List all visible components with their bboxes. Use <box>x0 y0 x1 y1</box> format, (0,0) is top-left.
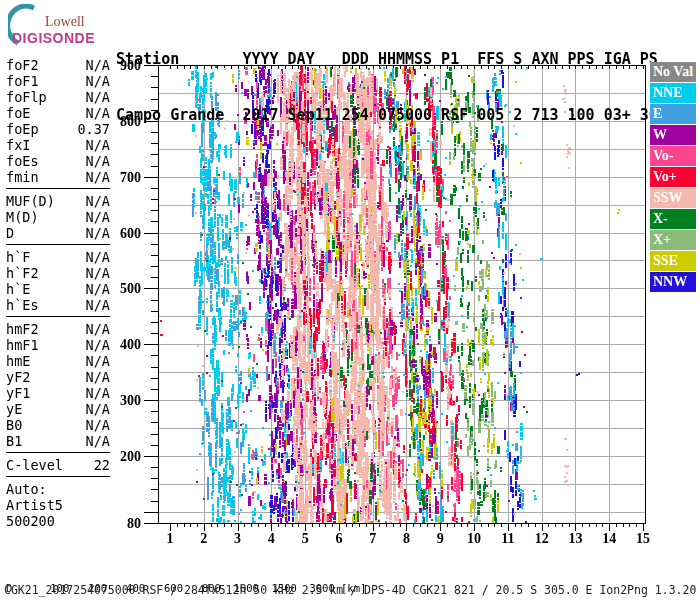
param-label: yE <box>6 401 22 417</box>
param-row: foF2N/A <box>6 57 110 73</box>
param-divider <box>6 316 110 317</box>
param-value: N/A <box>86 209 110 225</box>
param-value: N/A <box>86 225 110 241</box>
param-divider <box>6 476 110 477</box>
param-label: hmF1 <box>6 337 39 353</box>
param-label: 500200 <box>6 513 55 529</box>
legend-item-ssw: SSW <box>650 188 696 208</box>
param-label: yF2 <box>6 369 30 385</box>
param-label: h`F2 <box>6 265 39 281</box>
legend-item-nnw: NNW <box>650 272 696 292</box>
param-value: N/A <box>86 401 110 417</box>
param-row: B0N/A <box>6 417 110 433</box>
param-label: B1 <box>6 433 22 449</box>
legend-item-noval: No Val <box>650 62 696 82</box>
param-divider <box>6 188 110 189</box>
param-label: fmin <box>6 169 39 185</box>
param-row: h`EN/A <box>6 281 110 297</box>
param-value: N/A <box>86 417 110 433</box>
logo-digisonde-text: DIGISONDE <box>12 30 95 46</box>
param-row: foFlpN/A <box>6 89 110 105</box>
param-value: N/A <box>86 105 110 121</box>
digisonde-logo: Lowell DIGISONDE <box>8 4 118 56</box>
param-row: MUF(D)N/A <box>6 193 110 209</box>
param-divider <box>6 452 110 453</box>
param-row: B1N/A <box>6 433 110 449</box>
param-row: hmEN/A <box>6 353 110 369</box>
param-value: N/A <box>86 169 110 185</box>
param-row: foEN/A <box>6 105 110 121</box>
param-row: yEN/A <box>6 401 110 417</box>
param-row: h`FN/A <box>6 249 110 265</box>
param-label: B0 <box>6 417 22 433</box>
param-divider <box>6 244 110 245</box>
param-value: N/A <box>86 321 110 337</box>
ionogram-screen: Lowell DIGISONDE Station YYYY DAY DDD HH… <box>0 0 700 600</box>
echo-direction-legend: No ValNNEEWVo-Vo+SSWX-X+SSENNW <box>650 62 696 293</box>
param-label: C-level <box>6 457 63 473</box>
param-value: N/A <box>86 57 110 73</box>
header-line-2: Campo Grande 2017 Sep11 254 075000 RSF 0… <box>116 106 658 125</box>
param-label: D <box>6 225 14 241</box>
param-row: yF1N/A <box>6 385 110 401</box>
param-row: hmF1N/A <box>6 337 110 353</box>
param-value: N/A <box>86 73 110 89</box>
legend-item-w: W <box>650 125 696 145</box>
param-label: fxI <box>6 137 30 153</box>
param-row: yF2N/A <box>6 369 110 385</box>
param-value: N/A <box>86 89 110 105</box>
param-value: N/A <box>86 433 110 449</box>
param-row: h`F2N/A <box>6 265 110 281</box>
param-label: h`Es <box>6 297 39 313</box>
param-label: foEp <box>6 121 39 137</box>
legend-item-x+: X+ <box>650 230 696 250</box>
legend-item-vo+: Vo+ <box>650 167 696 187</box>
param-label: foF1 <box>6 73 39 89</box>
param-label: h`E <box>6 281 30 297</box>
param-row: DN/A <box>6 225 110 241</box>
param-label: hmF2 <box>6 321 39 337</box>
param-row: foF1N/A <box>6 73 110 89</box>
legend-item-vo-: Vo- <box>650 146 696 166</box>
param-label: hmE <box>6 353 30 369</box>
param-row: foEsN/A <box>6 153 110 169</box>
param-label: MUF(D) <box>6 193 55 209</box>
param-label: yF1 <box>6 385 30 401</box>
param-row: fxIN/A <box>6 137 110 153</box>
param-value: N/A <box>86 369 110 385</box>
legend-item-e: E <box>650 104 696 124</box>
param-value: N/A <box>86 265 110 281</box>
param-value: N/A <box>86 153 110 169</box>
param-row: C-level22 <box>6 457 110 473</box>
param-label: foF2 <box>6 57 39 73</box>
param-value: 22 <box>94 457 110 473</box>
legend-item-nne: NNE <box>650 83 696 103</box>
param-row: Artist5 <box>6 497 110 513</box>
param-row: M(D)N/A <box>6 209 110 225</box>
header-line-1: Station YYYY DAY DDD HHMMSS P1 FFS S AXN… <box>116 50 658 69</box>
param-row: hmF2N/A <box>6 321 110 337</box>
param-label: h`F <box>6 249 30 265</box>
param-value: N/A <box>86 337 110 353</box>
param-panel: foF2N/AfoF1N/AfoFlpN/AfoEN/AfoEp0.37fxIN… <box>6 57 110 529</box>
param-row: 500200 <box>6 513 110 529</box>
status-line: CGK21_2017254075000.RSF / 284fx512h 50 k… <box>4 583 696 597</box>
param-value: N/A <box>86 353 110 369</box>
param-label: Artist5 <box>6 497 63 513</box>
param-value: N/A <box>86 385 110 401</box>
param-value: 0.37 <box>77 121 110 137</box>
param-label: foE <box>6 105 30 121</box>
header-block: Station YYYY DAY DDD HHMMSS P1 FFS S AXN… <box>116 13 658 161</box>
param-value: N/A <box>86 281 110 297</box>
param-row: h`EsN/A <box>6 297 110 313</box>
legend-item-sse: SSE <box>650 251 696 271</box>
param-value: N/A <box>86 193 110 209</box>
param-row: foEp0.37 <box>6 121 110 137</box>
legend-item-x-: X- <box>650 209 696 229</box>
param-value: N/A <box>86 137 110 153</box>
param-label: foFlp <box>6 89 47 105</box>
param-label: Auto: <box>6 481 47 497</box>
param-row: fminN/A <box>6 169 110 185</box>
param-row: Auto: <box>6 481 110 497</box>
logo-lowell-text: Lowell <box>45 14 85 30</box>
